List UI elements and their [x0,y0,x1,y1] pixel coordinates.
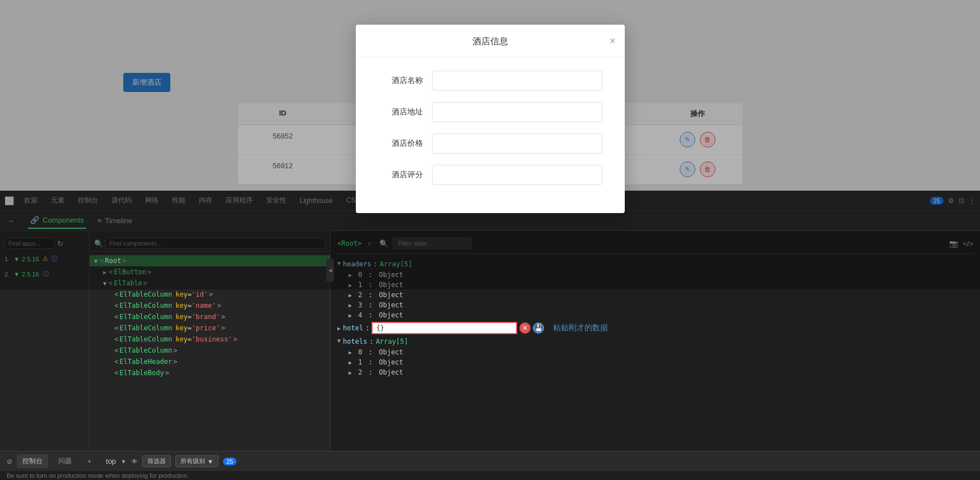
headers-3-arrow[interactable]: ▶ [349,302,352,308]
hotels-0-arrow[interactable]: ▶ [349,349,352,356]
headers-3-val: Object [379,301,403,309]
statusbar-badge: 25 [223,458,236,465]
hotels-0-val: Object [379,348,403,356]
hotel-edit-input[interactable] [371,322,517,334]
tree-col-id[interactable]: <ElTableColumn key='id' > [108,289,330,300]
hotels-2-arrow[interactable]: ▶ [349,370,352,376]
tree-col-business[interactable]: <ElTableColumn key='business' > [108,334,330,345]
state-hotels-2: ▶ 2 : Object [337,367,973,377]
statusbar-tab-add[interactable]: + [82,455,97,468]
tree-col-name[interactable]: <ElTableColumn key='name' > [108,300,330,311]
level-select[interactable]: 所有级别 ▼ [175,455,219,467]
tree-col-price[interactable]: <ElTableColumn key='price' > [108,322,330,334]
input-hotel-rating[interactable] [432,165,602,185]
level-dropdown-arrow: ▼ [207,458,213,465]
annotation-text: 粘贴刚才的数据 [553,323,608,333]
hotel-edit-buttons: ✕ 💾 [519,322,544,334]
bottom-status-text: Be sure to turn on production mode when … [0,471,980,480]
tree-col-brand[interactable]: <ElTableColumn key='brand' > [108,311,330,322]
label-hotel-rating: 酒店评分 [378,170,423,180]
hotels-0-key: 0 [358,348,362,356]
eye-icon[interactable]: 👁 [131,458,138,465]
headers-2-val: Object [379,291,403,299]
hotel-confirm-button[interactable]: 💾 [533,322,544,334]
statusbar-tab-console[interactable]: 控制台 [17,454,48,468]
form-row-hotel-name: 酒店名称 [378,71,602,91]
form-row-hotel-price: 酒店价格 [378,133,602,154]
form-row-hotel-rating: 酒店评分 [378,165,602,185]
label-hotel-name: 酒店名称 [378,76,423,86]
input-hotel-name[interactable] [432,71,602,91]
state-hotel-row: ▶ hotel : ✕ 💾 粘贴刚才的数据 [337,320,973,336]
tree-tablebody[interactable]: <ElTableBody> [108,367,330,379]
modal-dialog: 酒店信息 × 酒店名称 酒店地址 酒店价格 酒店评分 [356,25,625,213]
hotels-2-val: Object [379,368,403,376]
headers-4-arrow[interactable]: ▶ [349,312,352,319]
tree-col-empty[interactable]: <ElTableColumn> [108,345,330,356]
level-label: 所有级别 [180,457,205,465]
state-hotels: ▼ hotels : Array[5] [337,336,973,347]
modal-body: 酒店名称 酒店地址 酒店价格 酒店评分 [356,57,625,185]
top-dropdown[interactable]: ▼ [120,458,127,465]
filter-button[interactable]: 筛选器 [142,455,171,467]
hotels-key: hotels [343,338,367,345]
hotels-1-val: Object [379,358,403,366]
status-controls: top ▼ 👁 筛选器 所有级别 ▼ 25 [106,455,236,467]
modal-header: 酒店信息 × [356,25,625,57]
hotel-cancel-button[interactable]: ✕ [519,322,531,334]
hotels-2-key: 2 [358,368,362,376]
hotels-1-arrow[interactable]: ▶ [349,359,352,366]
state-hotels-0: ▶ 0 : Object [337,347,973,357]
input-hotel-address[interactable] [432,102,602,122]
input-hotel-price[interactable] [432,133,602,154]
form-row-hotel-address: 酒店地址 [378,102,602,122]
state-headers-3: ▶ 3 : Object [337,300,973,310]
hotels-expand-arrow[interactable]: ▼ [337,338,341,344]
state-hotels-1: ▶ 1 : Object [337,357,973,367]
label-hotel-address: 酒店地址 [378,107,423,117]
hotels-type: Array[5] [376,338,408,345]
tree-tableheader[interactable]: <ElTableHeader> [108,356,330,367]
label-hotel-price: 酒店价格 [378,139,423,149]
state-headers-4: ▶ 4 : Object [337,310,973,320]
hotel-key: hotel [343,324,363,332]
devtools-statusbar: ⊘ 控制台 问题 + top ▼ 👁 筛选器 所有级别 ▼ 25 [0,451,980,471]
block-icon[interactable]: ⊘ [7,458,12,465]
state-headers-2: ▶ 2 : Object [337,290,973,300]
headers-2-key: 2 [358,291,362,299]
headers-4-val: Object [379,311,403,319]
hotel-expand-arrow[interactable]: ▶ [337,325,341,331]
modal-close-button[interactable]: × [610,36,616,46]
headers-4-key: 4 [358,311,362,319]
hotels-1-key: 1 [358,358,362,366]
headers-2-arrow[interactable]: ▶ [349,292,352,298]
headers-3-key: 3 [358,301,362,309]
modal-title: 酒店信息 [472,36,508,48]
top-label: top [106,457,116,465]
statusbar-tab-issues[interactable]: 问题 [53,454,77,468]
